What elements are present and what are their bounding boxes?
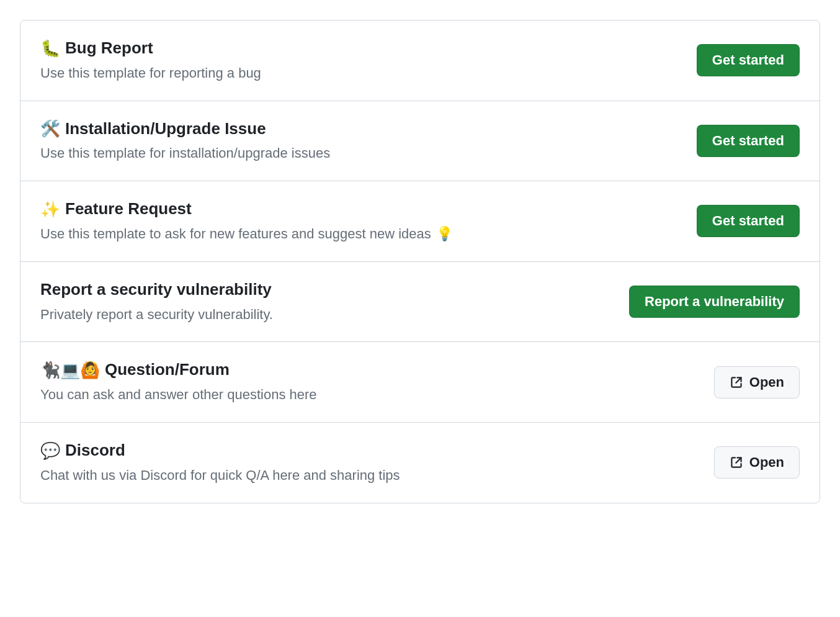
template-title-text: Feature Request — [65, 199, 192, 220]
button-label: Get started — [712, 133, 784, 149]
sparkles-icon: ✨ — [40, 201, 60, 217]
open-button[interactable]: Open — [714, 366, 800, 399]
template-title: 💬 Discord — [40, 440, 400, 461]
template-desc: Privately report a security vulnerabilit… — [40, 305, 273, 325]
template-title: 🐛 Bug Report — [40, 38, 266, 59]
template-desc-text: Use this template for installation/upgra… — [40, 144, 330, 163]
get-started-button[interactable]: Get started — [697, 125, 800, 157]
button-label: Open — [749, 454, 784, 471]
template-row-question-forum: 🐈‍⬛💻🙆 Question/Forum You can ask and ans… — [20, 341, 820, 422]
button-label: Open — [749, 374, 784, 390]
lightbulb-icon: 💡 — [436, 225, 453, 244]
template-row-install-upgrade: 🛠️ Installation/Upgrade Issue Use this t… — [20, 101, 820, 181]
template-desc-text: Use this template to ask for new feature… — [40, 225, 431, 244]
template-desc-text: Use this template for reporting a bug — [40, 64, 261, 83]
template-info: 🛠️ Installation/Upgrade Issue Use this t… — [40, 119, 335, 164]
template-info: 🐛 Bug Report Use this template for repor… — [40, 38, 266, 83]
template-desc-text: Chat with us via Discord for quick Q/A h… — [40, 466, 400, 485]
template-row-feature-request: ✨ Feature Request Use this template to a… — [20, 181, 820, 261]
template-info: 🐈‍⬛💻🙆 Question/Forum You can ask and ans… — [40, 359, 317, 405]
template-desc-text: Privately report a security vulnerabilit… — [40, 305, 273, 325]
forum-icon: 🐈‍⬛💻🙆 — [40, 362, 100, 378]
template-desc: Use this template for reporting a bug — [40, 64, 266, 83]
get-started-button[interactable]: Get started — [697, 205, 800, 237]
template-row-bug-report: 🐛 Bug Report Use this template for repor… — [20, 20, 820, 101]
template-row-security: Report a security vulnerability Privatel… — [20, 261, 820, 342]
template-title: 🛠️ Installation/Upgrade Issue — [40, 119, 335, 140]
template-title-text: Report a security vulnerability — [40, 279, 272, 300]
template-row-discord: 💬 Discord Chat with us via Discord for q… — [20, 422, 820, 503]
get-started-button[interactable]: Get started — [697, 44, 800, 76]
template-title-text: Question/Forum — [105, 359, 230, 381]
report-vulnerability-button[interactable]: Report a vulnerability — [629, 286, 800, 318]
button-label: Get started — [712, 213, 784, 229]
template-info: Report a security vulnerability Privatel… — [40, 279, 273, 325]
external-link-icon — [730, 456, 743, 469]
bug-icon: 🐛 — [40, 40, 60, 56]
template-info: ✨ Feature Request Use this template to a… — [40, 199, 453, 244]
template-title-text: Bug Report — [65, 38, 153, 59]
button-label: Get started — [712, 52, 784, 68]
button-label: Report a vulnerability — [645, 294, 784, 310]
template-title: ✨ Feature Request — [40, 199, 453, 220]
template-desc-text: You can ask and answer other questions h… — [40, 385, 317, 405]
issue-template-list: 🐛 Bug Report Use this template for repor… — [20, 20, 820, 503]
template-desc: Use this template to ask for new feature… — [40, 225, 453, 244]
template-desc: You can ask and answer other questions h… — [40, 385, 317, 405]
speech-bubble-icon: 💬 — [40, 443, 60, 459]
template-title-text: Discord — [65, 440, 125, 461]
template-desc: Use this template for installation/upgra… — [40, 144, 335, 163]
open-button[interactable]: Open — [714, 446, 800, 479]
tools-icon: 🛠️ — [40, 120, 60, 137]
external-link-icon — [730, 376, 743, 389]
template-info: 💬 Discord Chat with us via Discord for q… — [40, 440, 400, 485]
template-desc: Chat with us via Discord for quick Q/A h… — [40, 466, 400, 485]
template-title-text: Installation/Upgrade Issue — [65, 119, 266, 140]
template-title: Report a security vulnerability — [40, 279, 273, 300]
template-title: 🐈‍⬛💻🙆 Question/Forum — [40, 359, 317, 381]
